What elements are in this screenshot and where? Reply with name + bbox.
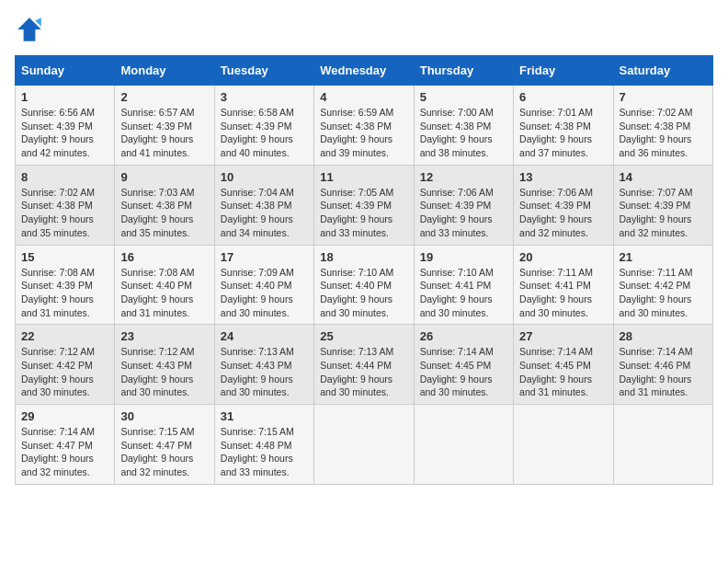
day-cell-16: 16 Sunrise: 7:08 AM Sunset: 4:40 PM Dayl…	[115, 245, 214, 325]
day-number: 19	[420, 250, 507, 264]
day-detail: Sunrise: 6:57 AM Sunset: 4:39 PM Dayligh…	[120, 106, 208, 160]
day-number: 21	[620, 250, 707, 264]
day-number: 13	[519, 170, 607, 184]
logo-icon	[15, 15, 44, 44]
day-cell-2: 2 Sunrise: 6:57 AM Sunset: 4:39 PM Dayli…	[115, 86, 214, 166]
calendar-table: SundayMondayTuesdayWednesdayThursdayFrid…	[15, 55, 713, 485]
day-detail: Sunrise: 7:07 AM Sunset: 4:39 PM Dayligh…	[620, 186, 707, 240]
day-detail: Sunrise: 7:06 AM Sunset: 4:39 PM Dayligh…	[519, 186, 607, 240]
day-cell-30: 30 Sunrise: 7:15 AM Sunset: 4:47 PM Dayl…	[115, 405, 214, 485]
day-detail: Sunrise: 7:02 AM Sunset: 4:38 PM Dayligh…	[21, 186, 108, 240]
day-cell-8: 8 Sunrise: 7:02 AM Sunset: 4:38 PM Dayli…	[16, 165, 115, 245]
day-detail: Sunrise: 7:12 AM Sunset: 4:43 PM Dayligh…	[120, 345, 208, 399]
day-number: 3	[221, 90, 308, 104]
day-number: 20	[519, 250, 607, 264]
day-detail: Sunrise: 7:11 AM Sunset: 4:41 PM Dayligh…	[519, 266, 607, 320]
day-detail: Sunrise: 7:14 AM Sunset: 4:46 PM Dayligh…	[620, 345, 707, 399]
day-detail: Sunrise: 7:15 AM Sunset: 4:47 PM Dayligh…	[120, 425, 208, 479]
day-cell-29: 29 Sunrise: 7:14 AM Sunset: 4:47 PM Dayl…	[16, 405, 115, 485]
day-number: 4	[320, 90, 407, 104]
day-detail: Sunrise: 7:09 AM Sunset: 4:40 PM Dayligh…	[221, 266, 308, 320]
day-number: 7	[620, 90, 707, 104]
day-number: 12	[420, 170, 507, 184]
day-detail: Sunrise: 7:14 AM Sunset: 4:45 PM Dayligh…	[519, 345, 607, 399]
col-header-friday: Friday	[514, 56, 613, 86]
day-cell-26: 26 Sunrise: 7:14 AM Sunset: 4:45 PM Dayl…	[414, 325, 513, 405]
col-header-sunday: Sunday	[16, 56, 115, 86]
day-detail: Sunrise: 7:00 AM Sunset: 4:38 PM Dayligh…	[420, 106, 507, 160]
day-number: 29	[21, 409, 108, 423]
day-number: 25	[320, 329, 407, 343]
col-header-thursday: Thursday	[414, 56, 513, 86]
calendar-header-row: SundayMondayTuesdayWednesdayThursdayFrid…	[16, 56, 713, 86]
day-number: 24	[221, 329, 308, 343]
day-cell-11: 11 Sunrise: 7:05 AM Sunset: 4:39 PM Dayl…	[314, 165, 414, 245]
day-cell-20: 20 Sunrise: 7:11 AM Sunset: 4:41 PM Dayl…	[514, 245, 613, 325]
week-row-1: 1 Sunrise: 6:56 AM Sunset: 4:39 PM Dayli…	[16, 86, 713, 166]
week-row-5: 29 Sunrise: 7:14 AM Sunset: 4:47 PM Dayl…	[16, 405, 713, 485]
page-header	[15, 15, 713, 44]
day-number: 10	[221, 170, 308, 184]
logo	[15, 15, 48, 44]
day-cell-15: 15 Sunrise: 7:08 AM Sunset: 4:39 PM Dayl…	[16, 245, 115, 325]
day-number: 17	[221, 250, 308, 264]
day-detail: Sunrise: 7:04 AM Sunset: 4:38 PM Dayligh…	[221, 186, 308, 240]
day-cell-3: 3 Sunrise: 6:58 AM Sunset: 4:39 PM Dayli…	[214, 86, 313, 166]
day-detail: Sunrise: 7:11 AM Sunset: 4:42 PM Dayligh…	[620, 266, 707, 320]
col-header-monday: Monday	[115, 56, 214, 86]
day-detail: Sunrise: 7:10 AM Sunset: 4:41 PM Dayligh…	[420, 266, 507, 320]
day-cell-31: 31 Sunrise: 7:15 AM Sunset: 4:48 PM Dayl…	[214, 405, 313, 485]
day-detail: Sunrise: 7:12 AM Sunset: 4:42 PM Dayligh…	[21, 345, 108, 399]
day-number: 16	[120, 250, 208, 264]
day-number: 31	[221, 409, 308, 423]
day-cell-27: 27 Sunrise: 7:14 AM Sunset: 4:45 PM Dayl…	[514, 325, 613, 405]
day-cell-12: 12 Sunrise: 7:06 AM Sunset: 4:39 PM Dayl…	[414, 165, 513, 245]
day-detail: Sunrise: 6:58 AM Sunset: 4:39 PM Dayligh…	[221, 106, 308, 160]
day-detail: Sunrise: 7:13 AM Sunset: 4:44 PM Dayligh…	[320, 345, 407, 399]
empty-cell	[613, 405, 712, 485]
day-detail: Sunrise: 7:10 AM Sunset: 4:40 PM Dayligh…	[320, 266, 407, 320]
day-number: 14	[620, 170, 707, 184]
day-number: 23	[120, 329, 208, 343]
day-number: 22	[21, 329, 108, 343]
day-number: 27	[519, 329, 607, 343]
day-number: 8	[21, 170, 108, 184]
day-number: 6	[519, 90, 607, 104]
day-detail: Sunrise: 7:15 AM Sunset: 4:48 PM Dayligh…	[221, 425, 308, 479]
day-detail: Sunrise: 7:02 AM Sunset: 4:38 PM Dayligh…	[620, 106, 707, 160]
day-cell-24: 24 Sunrise: 7:13 AM Sunset: 4:43 PM Dayl…	[214, 325, 313, 405]
day-cell-10: 10 Sunrise: 7:04 AM Sunset: 4:38 PM Dayl…	[214, 165, 313, 245]
week-row-3: 15 Sunrise: 7:08 AM Sunset: 4:39 PM Dayl…	[16, 245, 713, 325]
day-detail: Sunrise: 7:06 AM Sunset: 4:39 PM Dayligh…	[420, 186, 507, 240]
day-number: 1	[21, 90, 108, 104]
day-cell-7: 7 Sunrise: 7:02 AM Sunset: 4:38 PM Dayli…	[613, 86, 712, 166]
col-header-tuesday: Tuesday	[214, 56, 313, 86]
day-cell-13: 13 Sunrise: 7:06 AM Sunset: 4:39 PM Dayl…	[514, 165, 613, 245]
day-cell-21: 21 Sunrise: 7:11 AM Sunset: 4:42 PM Dayl…	[613, 245, 712, 325]
day-cell-1: 1 Sunrise: 6:56 AM Sunset: 4:39 PM Dayli…	[16, 86, 115, 166]
day-cell-19: 19 Sunrise: 7:10 AM Sunset: 4:41 PM Dayl…	[414, 245, 513, 325]
day-number: 26	[420, 329, 507, 343]
day-cell-23: 23 Sunrise: 7:12 AM Sunset: 4:43 PM Dayl…	[115, 325, 214, 405]
day-detail: Sunrise: 7:01 AM Sunset: 4:38 PM Dayligh…	[519, 106, 607, 160]
day-cell-4: 4 Sunrise: 6:59 AM Sunset: 4:38 PM Dayli…	[314, 86, 414, 166]
empty-cell	[314, 405, 414, 485]
day-cell-25: 25 Sunrise: 7:13 AM Sunset: 4:44 PM Dayl…	[314, 325, 414, 405]
day-cell-18: 18 Sunrise: 7:10 AM Sunset: 4:40 PM Dayl…	[314, 245, 414, 325]
col-header-wednesday: Wednesday	[314, 56, 414, 86]
day-detail: Sunrise: 7:14 AM Sunset: 4:47 PM Dayligh…	[21, 425, 108, 479]
day-cell-14: 14 Sunrise: 7:07 AM Sunset: 4:39 PM Dayl…	[613, 165, 712, 245]
day-number: 15	[21, 250, 108, 264]
day-detail: Sunrise: 6:59 AM Sunset: 4:38 PM Dayligh…	[320, 106, 407, 160]
day-detail: Sunrise: 7:08 AM Sunset: 4:40 PM Dayligh…	[120, 266, 208, 320]
day-detail: Sunrise: 6:56 AM Sunset: 4:39 PM Dayligh…	[21, 106, 108, 160]
day-detail: Sunrise: 7:14 AM Sunset: 4:45 PM Dayligh…	[420, 345, 507, 399]
day-number: 11	[320, 170, 407, 184]
week-row-2: 8 Sunrise: 7:02 AM Sunset: 4:38 PM Dayli…	[16, 165, 713, 245]
empty-cell	[514, 405, 613, 485]
day-number: 30	[120, 409, 208, 423]
day-cell-28: 28 Sunrise: 7:14 AM Sunset: 4:46 PM Dayl…	[613, 325, 712, 405]
day-detail: Sunrise: 7:08 AM Sunset: 4:39 PM Dayligh…	[21, 266, 108, 320]
day-number: 18	[320, 250, 407, 264]
day-cell-6: 6 Sunrise: 7:01 AM Sunset: 4:38 PM Dayli…	[514, 86, 613, 166]
